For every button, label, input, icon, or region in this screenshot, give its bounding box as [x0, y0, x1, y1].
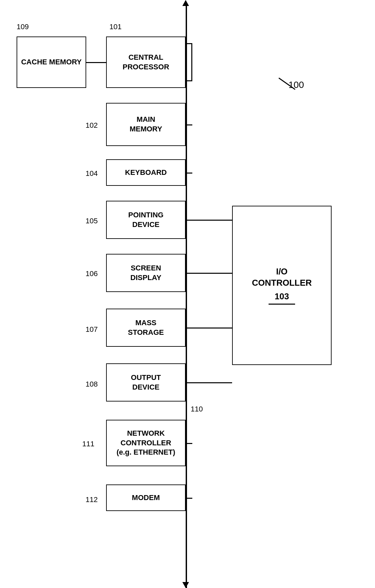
bus-to-io-line-3 [187, 328, 232, 329]
cpu-block: CENTRALPROCESSOR [106, 37, 186, 88]
keyboard-line [186, 173, 192, 174]
network-controller-line [186, 443, 192, 444]
screen-display-ref-label: 106 [86, 269, 98, 278]
keyboard-block: KEYBOARD [106, 159, 186, 186]
main-memory-line [186, 124, 192, 125]
diagram: CACHE MEMORY 109 CENTRALPROCESSOR 101 MA… [0, 0, 375, 588]
cache-memory-block: CACHE MEMORY [17, 37, 86, 88]
cpu-bracket [186, 43, 192, 81]
cache-ref-label: 109 [17, 23, 29, 31]
cpu-label: CENTRALPROCESSOR [123, 53, 169, 72]
bus-to-io-line-1 [187, 220, 232, 221]
output-device-ref-label: 108 [86, 380, 98, 389]
keyboard-label: KEYBOARD [125, 168, 167, 178]
pointing-device-label: POINTINGDEVICE [128, 210, 163, 229]
system-ref-label: 100 [288, 80, 304, 90]
pointing-device-ref-label: 105 [86, 217, 98, 225]
output-device-block: OUTPUTDEVICE [106, 363, 186, 402]
screen-display-block: SCREENDISPLAY [106, 254, 186, 292]
bus-arrow-down [182, 582, 189, 588]
main-memory-ref-label: 102 [86, 121, 98, 130]
output-device-label: OUTPUTDEVICE [131, 373, 161, 392]
bus-ref-label: 110 [191, 405, 203, 413]
main-memory-block: MAINMEMORY [106, 103, 186, 146]
bus-arrow-up [182, 0, 189, 6]
mass-storage-label: MASSSTORAGE [128, 318, 164, 337]
io-controller-label: I/OCONTROLLER [252, 266, 312, 289]
io-controller-ref: 103 [269, 291, 295, 305]
modem-ref-label: 112 [86, 495, 98, 504]
cache-memory-label: CACHE MEMORY [21, 57, 82, 67]
io-controller-content: I/OCONTROLLER 103 [252, 266, 312, 305]
keyboard-ref-label: 104 [86, 169, 98, 178]
modem-line [186, 498, 192, 499]
bus-to-io-line-4 [187, 382, 232, 383]
network-controller-ref-label: 111 [82, 440, 94, 448]
modem-block: MODEM [106, 484, 186, 511]
cache-to-cpu-line [86, 62, 106, 63]
modem-label: MODEM [132, 493, 160, 503]
main-memory-label: MAINMEMORY [130, 115, 162, 134]
io-controller-block: I/OCONTROLLER 103 [232, 206, 332, 365]
mass-storage-ref-label: 107 [86, 325, 98, 334]
pointing-device-block: POINTINGDEVICE [106, 201, 186, 239]
bus-to-io-line-2 [187, 273, 232, 274]
mass-storage-block: MASSSTORAGE [106, 309, 186, 347]
network-controller-label: NETWORKCONTROLLER(e.g. ETHERNET) [116, 429, 175, 457]
screen-display-label: SCREENDISPLAY [130, 263, 161, 282]
cpu-ref-label: 101 [109, 23, 122, 31]
network-controller-block: NETWORKCONTROLLER(e.g. ETHERNET) [106, 420, 186, 466]
bus-line [186, 6, 187, 588]
